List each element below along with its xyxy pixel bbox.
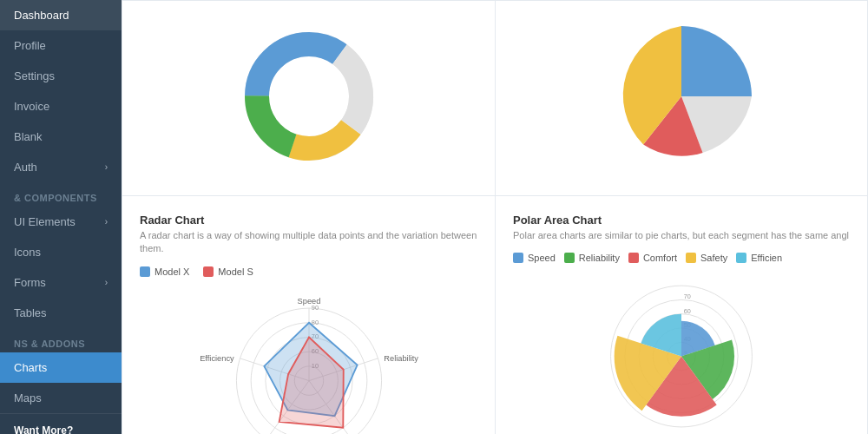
legend-label-safety: Safety (700, 253, 727, 263)
legend-dot-reliability (564, 253, 575, 263)
sidebar-item-ui-elements[interactable]: UI Elements › (0, 207, 122, 237)
sidebar-item-auth[interactable]: Auth › (0, 152, 122, 182)
pie-chart-card (495, 0, 868, 195)
sidebar-item-label: Tables (14, 306, 47, 319)
radar-chart-svg: Speed Reliability Comfort Safety Efficie… (196, 286, 422, 434)
legend-label-comfort: Comfort (643, 253, 677, 263)
polar-chart-svg: 70 60 50 40 3 (595, 270, 768, 434)
legend-dot-comfort (628, 253, 639, 263)
pie-chart-wrap (603, 18, 760, 178)
legend-label-models: Model S (218, 266, 253, 277)
sidebar-item-icons[interactable]: Icons (0, 237, 122, 267)
pie-chart-svg (603, 18, 760, 174)
sidebar-item-label: Forms (14, 276, 46, 289)
svg-text:Reliability: Reliability (384, 354, 418, 363)
radar-grid: Speed Reliability Comfort Safety Efficie… (200, 296, 418, 434)
sidebar-item-forms[interactable]: Forms › (0, 267, 122, 298)
radar-chart-title: Radar Chart (140, 214, 477, 227)
sidebar-item-label: Profile (14, 39, 46, 52)
legend-label-efficiency: Efficien (751, 253, 782, 263)
chevron-down-icon: › (105, 278, 108, 287)
legend-dot-speed (513, 253, 523, 263)
main-content: Radar Chart A radar chart is a way of sh… (122, 0, 868, 434)
polar-chart-desc: Polar area charts are similar to pie cha… (513, 229, 850, 242)
svg-text:70: 70 (684, 293, 691, 301)
legend-dot-efficiency (736, 253, 746, 263)
polar-chart-title: Polar Area Chart (513, 214, 850, 227)
polar-legend: Speed Reliability Comfort Safety Efficie… (513, 253, 782, 263)
svg-text:Efficiency: Efficiency (200, 354, 234, 363)
donut-chart-card (122, 0, 495, 195)
radar-chart-desc: A radar chart is a way of showing multip… (140, 229, 477, 256)
legend-label-reliability: Reliability (579, 253, 620, 263)
sidebar-item-label: Invoice (14, 100, 49, 113)
polar-chart-group: 70 60 50 40 3 (611, 286, 753, 427)
svg-text:60: 60 (684, 307, 691, 315)
radar-legend: Model X Model S (140, 266, 253, 277)
section-label-addons: ns & Addons (0, 328, 122, 352)
donut-chart-svg (231, 18, 387, 174)
donut-chart-wrap (231, 18, 387, 174)
radar-chart-card: Radar Chart A radar chart is a way of sh… (122, 195, 495, 434)
svg-point-5 (270, 57, 348, 135)
sidebar-item-label: Blank (14, 130, 43, 143)
sidebar-item-tables[interactable]: Tables (0, 298, 122, 328)
sidebar: Dashboard Profile Settings Invoice Blank… (0, 0, 122, 434)
polar-chart-header: Polar Area Chart Polar area charts are s… (513, 214, 850, 253)
radar-legend-modelx: Model X (140, 266, 189, 277)
legend-dot-models (203, 266, 214, 277)
polar-legend-efficiency: Efficien (736, 253, 782, 263)
sidebar-item-dashboard[interactable]: Dashboard (0, 0, 122, 30)
chevron-down-icon: › (105, 217, 108, 227)
polar-chart-card: Polar Area Chart Polar area charts are s… (495, 195, 868, 434)
footer-title: Want More? (14, 424, 108, 434)
sidebar-item-maps[interactable]: Maps (0, 383, 122, 413)
sidebar-item-settings[interactable]: Settings (0, 61, 122, 91)
sidebar-item-label: Charts (14, 361, 47, 374)
polar-legend-reliability: Reliability (564, 253, 620, 263)
svg-text:90: 90 (311, 304, 318, 312)
sidebar-item-charts[interactable]: Charts (0, 352, 122, 383)
radar-legend-models: Model S (203, 266, 253, 277)
radar-chart-header: Radar Chart A radar chart is a way of sh… (140, 214, 477, 266)
legend-dot-modelx (140, 266, 150, 277)
sidebar-item-profile[interactable]: Profile (0, 30, 122, 61)
chart-grid: Radar Chart A radar chart is a way of sh… (122, 0, 868, 434)
sidebar-item-invoice[interactable]: Invoice (0, 91, 122, 122)
legend-label-speed: Speed (528, 253, 556, 263)
legend-dot-safety (686, 253, 696, 263)
polar-legend-comfort: Comfort (628, 253, 677, 263)
sidebar-item-label: Auth (14, 161, 37, 174)
legend-label-modelx: Model X (155, 266, 189, 277)
polar-legend-speed: Speed (513, 253, 556, 263)
sidebar-item-label: Icons (14, 246, 41, 259)
polar-legend-safety: Safety (686, 253, 727, 263)
chevron-down-icon: › (105, 162, 108, 172)
sidebar-item-label: UI Elements (14, 215, 76, 228)
sidebar-item-label: Settings (14, 69, 55, 82)
sidebar-item-label: Dashboard (14, 9, 69, 22)
sidebar-item-label: Maps (14, 391, 42, 404)
sidebar-item-blank[interactable]: Blank (0, 122, 122, 152)
section-label-components: & Components (0, 182, 122, 207)
